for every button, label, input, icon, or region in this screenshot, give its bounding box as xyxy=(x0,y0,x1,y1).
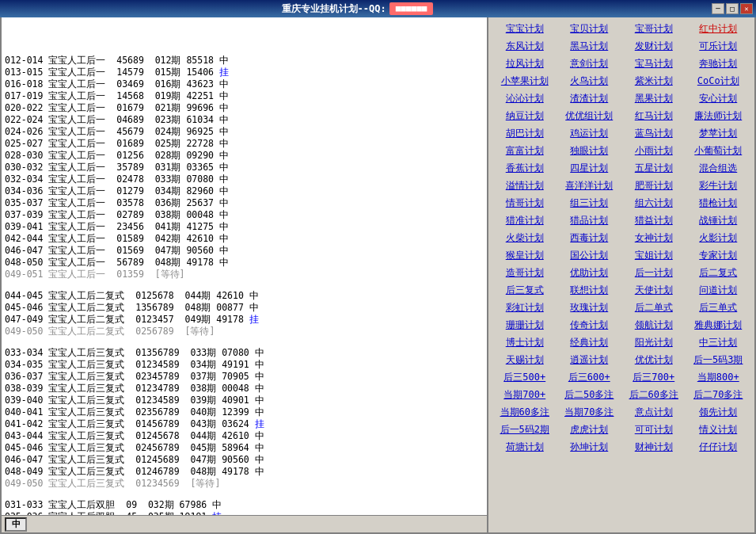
plan-link[interactable]: 雅典娜计划 xyxy=(687,317,750,334)
plan-link[interactable]: 后二单式 xyxy=(622,299,686,316)
plan-link[interactable]: 火影计划 xyxy=(687,230,750,246)
plan-link[interactable]: 当期800+ xyxy=(687,369,750,386)
plan-link[interactable]: 天赐计划 xyxy=(493,352,557,368)
close-button[interactable]: ✕ xyxy=(740,3,753,14)
plan-link[interactable]: 火柴计划 xyxy=(493,230,557,246)
plan-link[interactable]: 拉风计划 xyxy=(493,55,557,72)
list-content[interactable]: 012-014 宝宝人工后一 45689 012期 85518 中013-015… xyxy=(2,17,487,532)
plan-link[interactable]: 当期700+ xyxy=(493,387,557,403)
plan-link[interactable]: 后二70多注 xyxy=(687,387,750,403)
plan-link[interactable]: 香蕉计划 xyxy=(493,160,557,177)
plan-link[interactable]: 组六计划 xyxy=(622,195,686,212)
plan-link[interactable]: 小苹果计划 xyxy=(493,73,557,90)
plan-link[interactable]: 后三复式 xyxy=(493,282,557,299)
plan-link[interactable]: 后三500+ xyxy=(493,369,557,386)
plan-link[interactable]: 经典计划 xyxy=(558,334,621,351)
plan-link[interactable]: 鸡运计划 xyxy=(558,125,621,142)
plan-link[interactable]: 后一5码3期 xyxy=(687,352,750,368)
plan-link[interactable]: 紫米计划 xyxy=(622,73,686,90)
plan-link[interactable]: 后一计划 xyxy=(622,265,686,281)
plan-link[interactable]: 虎虎计划 xyxy=(558,421,621,438)
plan-link[interactable]: 逍遥计划 xyxy=(558,352,621,368)
plan-link[interactable]: 领航计划 xyxy=(622,317,686,334)
plan-link[interactable]: 情义计划 xyxy=(687,421,750,438)
plan-link[interactable]: 发财计划 xyxy=(622,38,686,55)
plan-link[interactable]: 宝哥计划 xyxy=(622,21,686,37)
plan-link[interactable]: 国公计划 xyxy=(558,247,621,264)
plan-link[interactable]: 沁沁计划 xyxy=(493,90,557,107)
plan-link[interactable]: 宝宝计划 xyxy=(493,21,557,37)
plan-link[interactable]: 宝姐计划 xyxy=(622,247,686,264)
plan-link[interactable]: 问道计划 xyxy=(687,282,750,299)
plan-link[interactable]: 当期70多注 xyxy=(558,404,621,421)
plan-link[interactable]: 联想计划 xyxy=(558,282,621,299)
plan-link[interactable]: 优优组计划 xyxy=(558,108,621,124)
plan-link[interactable]: 喜洋洋计划 xyxy=(558,177,621,194)
plan-link[interactable]: 博士计划 xyxy=(493,334,557,351)
plan-link[interactable]: 阳光计划 xyxy=(622,334,686,351)
plan-link[interactable]: 后三600+ xyxy=(558,369,621,386)
plan-link[interactable]: 小葡萄计划 xyxy=(687,143,750,159)
plan-link[interactable]: 红中计划 xyxy=(687,21,750,37)
plan-link[interactable]: 后二60多注 xyxy=(622,387,686,403)
plan-link[interactable]: 混合组选 xyxy=(687,160,750,177)
plan-link[interactable]: 安心计划 xyxy=(687,90,750,107)
plan-link[interactable]: 后三单式 xyxy=(687,299,750,316)
plan-link[interactable]: 猴皇计划 xyxy=(493,247,557,264)
plan-link[interactable]: 战锤计划 xyxy=(687,212,750,229)
plan-link[interactable]: 宝贝计划 xyxy=(558,21,621,37)
plan-link[interactable]: 孙坤计划 xyxy=(558,439,621,456)
plan-link[interactable]: 猎品计划 xyxy=(558,212,621,229)
plan-link[interactable]: 宝马计划 xyxy=(622,55,686,72)
minimize-button[interactable]: ─ xyxy=(712,3,724,14)
plan-link[interactable]: 天使计划 xyxy=(622,282,686,299)
plan-link[interactable]: 组三计划 xyxy=(558,195,621,212)
plan-link[interactable]: 意剑计划 xyxy=(558,55,621,72)
plan-link[interactable]: 独眼计划 xyxy=(558,143,621,159)
plan-link[interactable]: 后二复式 xyxy=(687,265,750,281)
plan-link[interactable]: 猎准计划 xyxy=(493,212,557,229)
plan-link[interactable]: 渣渣计划 xyxy=(558,90,621,107)
plan-link[interactable]: 珊珊计划 xyxy=(493,317,557,334)
plan-link[interactable]: 后二50多注 xyxy=(558,387,621,403)
plan-link[interactable]: 传奇计划 xyxy=(558,317,621,334)
plan-link[interactable]: 优助计划 xyxy=(558,265,621,281)
plan-link[interactable]: 财神计划 xyxy=(622,439,686,456)
plan-link[interactable]: 肥哥计划 xyxy=(622,177,686,194)
plan-link[interactable]: 五星计划 xyxy=(622,160,686,177)
plan-link[interactable]: 富富计划 xyxy=(493,143,557,159)
plan-link[interactable]: 东风计划 xyxy=(493,38,557,55)
plan-link[interactable]: 胡巴计划 xyxy=(493,125,557,142)
plan-link[interactable]: 女神计划 xyxy=(622,230,686,246)
plan-link[interactable]: 纳豆计划 xyxy=(493,108,557,124)
plan-link[interactable]: 可乐计划 xyxy=(687,38,750,55)
plan-link[interactable]: 当期60多注 xyxy=(493,404,557,421)
plan-link[interactable]: 梦苹计划 xyxy=(687,125,750,142)
plan-link[interactable]: 彩牛计划 xyxy=(687,177,750,194)
plan-link[interactable]: 奔驰计划 xyxy=(687,55,750,72)
plan-link[interactable]: 专家计划 xyxy=(687,247,750,264)
plan-link[interactable]: 优优计划 xyxy=(622,352,686,368)
plan-link[interactable]: 四星计划 xyxy=(558,160,621,177)
plan-link[interactable]: 溢情计划 xyxy=(493,177,557,194)
maximize-button[interactable]: □ xyxy=(726,3,739,14)
plan-link[interactable]: 黑马计划 xyxy=(558,38,621,55)
plan-link[interactable]: 火鸟计划 xyxy=(558,73,621,90)
plan-link[interactable]: 意点计划 xyxy=(622,404,686,421)
plan-link[interactable]: 廉法师计划 xyxy=(687,108,750,124)
plan-link[interactable]: CoCo计划 xyxy=(687,73,750,90)
plan-link[interactable]: 后三700+ xyxy=(622,369,686,386)
plan-link[interactable]: 小雨计划 xyxy=(622,143,686,159)
plan-link[interactable]: 可可计划 xyxy=(622,421,686,438)
plan-link[interactable]: 中三计划 xyxy=(687,334,750,351)
plan-link[interactable]: 玫瑰计划 xyxy=(558,299,621,316)
plan-link[interactable]: 猎枪计划 xyxy=(687,195,750,212)
plan-link[interactable]: 红马计划 xyxy=(622,108,686,124)
plan-link[interactable]: 仔仔计划 xyxy=(687,439,750,456)
plan-link[interactable]: 彩虹计划 xyxy=(493,299,557,316)
plan-link[interactable]: 情哥计划 xyxy=(493,195,557,212)
plan-link[interactable]: 猎益计划 xyxy=(622,212,686,229)
plan-link[interactable]: 造哥计划 xyxy=(493,265,557,281)
plan-link[interactable]: 领先计划 xyxy=(687,404,750,421)
plan-link[interactable]: 蓝鸟计划 xyxy=(622,125,686,142)
